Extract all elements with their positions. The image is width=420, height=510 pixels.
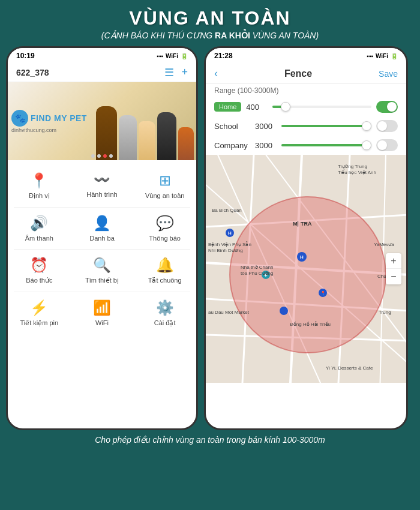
company-slider-track[interactable] xyxy=(281,144,371,146)
home-value: 400 xyxy=(246,103,268,112)
svg-text:Bệnh Viện Phụ Sản: Bệnh Viện Phụ Sản xyxy=(208,241,251,247)
fence-row-home: Home 400 xyxy=(206,97,406,116)
map-svg: H ✚ 📍 H H Trường Trung Tiểu học Việt Anh… xyxy=(206,155,406,383)
banner: 🐾 FIND MY PET dinhvithucung.com xyxy=(8,82,196,160)
route-icon: 〰️ xyxy=(94,172,110,188)
company-slider-fill xyxy=(281,144,371,146)
company-toggle[interactable] xyxy=(376,139,398,151)
menu-item-cai-dat[interactable]: ⚙️ Cài đặt xyxy=(133,292,196,334)
menu-label-danh-ba: Danh ba xyxy=(89,235,115,242)
right-status-bar: 21:28 ▪▪▪ WiFi 🔋 xyxy=(206,48,406,64)
svg-text:📍: 📍 xyxy=(320,290,326,296)
menu-item-am-thanh[interactable]: 🔊 Âm thanh xyxy=(8,208,71,249)
save-button[interactable]: Save xyxy=(379,69,398,79)
right-battery-icon: 🔋 xyxy=(391,53,398,59)
menu-item-thong-bao[interactable]: 💬 Thông báo xyxy=(133,208,196,249)
dot-3-active xyxy=(103,154,107,158)
contacts-icon: 👤 xyxy=(93,215,111,232)
menu-label-thong-bao: Thông báo xyxy=(149,235,181,242)
menu-item-tat-chuong[interactable]: 🔔 Tắt chuông xyxy=(133,250,196,292)
zoom-in-button[interactable]: + xyxy=(386,253,401,269)
menu-item-hanh-trinh[interactable]: 〰️ Hành trình xyxy=(71,165,134,207)
right-wifi-icon: WiFi xyxy=(376,53,388,59)
fence-title: Fence xyxy=(284,68,312,79)
alarm-icon: ⏰ xyxy=(30,257,48,274)
location-icon: 📍 xyxy=(30,172,48,189)
school-toggle[interactable] xyxy=(376,120,398,132)
wifi-menu-icon: 📶 xyxy=(93,299,111,316)
phones-container: 10:19 ▪▪▪ WiFi 🔋 622_378 ☰ + 🐾 FIND MY P… xyxy=(6,46,414,430)
search-device-icon: 🔍 xyxy=(93,257,111,274)
menu-item-dinh-vi[interactable]: 📍 Định vị xyxy=(8,165,71,207)
add-icon[interactable]: + xyxy=(181,66,188,79)
list-icon[interactable]: ☰ xyxy=(164,66,174,79)
school-slider-track[interactable] xyxy=(281,125,371,127)
company-slider-thumb xyxy=(362,140,371,150)
menu-grid: 📍 Định vị 〰️ Hành trình ⊞ Vùng an toàn 🔊… xyxy=(8,160,196,339)
company-toggle-thumb xyxy=(377,140,387,150)
header-subtitle: (CẢNH BÁO KHI THÚ CƯNG RA KHỎI VÙNG AN T… xyxy=(101,31,319,40)
dot-2 xyxy=(97,154,101,158)
banner-app-name: FIND MY PET xyxy=(31,113,87,123)
menu-label-vung-an-toan: Vùng an toàn xyxy=(145,192,184,199)
map-zoom-controls: + − xyxy=(386,253,401,284)
menu-label-cai-dat: Cài đặt xyxy=(154,319,176,327)
menu-item-tim-thiet-bi[interactable]: 🔍 Tìm thiết bị xyxy=(71,250,134,292)
battery-icon: 🔋 xyxy=(181,53,188,59)
subtitle-end: VÙNG AN TOÀN) xyxy=(250,31,319,40)
banner-dots xyxy=(91,154,113,158)
dot-4 xyxy=(109,154,113,158)
home-toggle-thumb xyxy=(387,102,397,112)
dog2-silhouette xyxy=(119,115,137,160)
map-area[interactable]: H ✚ 📍 H H Trường Trung Tiểu học Việt Anh… xyxy=(206,155,406,383)
svg-text:Nhi Bình Dương: Nhi Bình Dương xyxy=(208,248,243,253)
app-header: 622_378 ☰ + xyxy=(8,64,196,82)
paw-icon: 🐾 xyxy=(11,110,28,127)
right-phone: 21:28 ▪▪▪ WiFi 🔋 ‹ Fence Save Range (100… xyxy=(204,46,408,430)
svg-text:MỊ TRÀ: MỊ TRÀ xyxy=(293,221,312,227)
dog1-silhouette xyxy=(96,106,117,160)
home-slider-track[interactable] xyxy=(272,106,371,108)
fence-row-company: Company 3000 xyxy=(206,136,406,155)
right-signal-icon: ▪▪▪ xyxy=(367,53,373,59)
left-status-bar: 10:19 ▪▪▪ WiFi 🔋 xyxy=(8,48,196,64)
menu-item-tiet-kiem-pin[interactable]: ⚡ Tiết kiệm pin xyxy=(8,292,71,334)
menu-item-bao-thuc[interactable]: ⏰ Báo thức xyxy=(8,250,71,292)
menu-item-danh-ba[interactable]: 👤 Danh ba xyxy=(71,208,134,249)
school-value: 3000 xyxy=(255,122,277,131)
svg-text:tòa Phú Cường: tòa Phú Cường xyxy=(241,271,273,276)
sound-icon: 🔊 xyxy=(30,215,48,232)
left-phone: 10:19 ▪▪▪ WiFi 🔋 622_378 ☰ + 🐾 FIND MY P… xyxy=(6,46,198,430)
svg-text:H: H xyxy=(300,254,304,260)
menu-label-wifi: WiFi xyxy=(95,319,109,326)
fence-header: ‹ Fence Save xyxy=(206,64,406,84)
menu-label-bao-thuc: Báo thức xyxy=(26,277,52,284)
dot-1 xyxy=(91,154,95,158)
menu-item-wifi[interactable]: 📶 WiFi xyxy=(71,292,134,334)
back-button[interactable]: ‹ xyxy=(214,67,218,80)
svg-text:Trường Trung: Trường Trung xyxy=(338,164,367,169)
menu-label-tim-thiet-bi: Tìm thiết bị xyxy=(85,277,119,284)
app-header-icons: ☰ + xyxy=(164,66,188,79)
left-status-time: 10:19 xyxy=(16,52,35,60)
home-slider-thumb xyxy=(281,102,290,112)
right-status-time: 21:28 xyxy=(214,52,233,60)
banner-logo: 🐾 FIND MY PET dinhvithucung.com xyxy=(11,110,87,133)
svg-text:H: H xyxy=(228,230,232,236)
banner-website: dinhvithucung.com xyxy=(11,127,56,133)
school-label: School xyxy=(214,122,250,131)
dog4-silhouette xyxy=(157,112,176,160)
notification-icon: 💬 xyxy=(156,215,174,232)
home-badge: Home xyxy=(214,102,241,112)
svg-text:Yi Yi, Desserts & Cafe: Yi Yi, Desserts & Cafe xyxy=(326,365,373,371)
home-toggle[interactable] xyxy=(376,101,398,113)
menu-item-vung-an-toan[interactable]: ⊞ Vùng an toàn xyxy=(133,165,196,207)
svg-text:Nhà thờ Chánh: Nhà thờ Chánh xyxy=(241,265,273,270)
bell-off-icon: 🔔 xyxy=(156,257,174,274)
dog3-silhouette xyxy=(139,121,155,160)
dog5-silhouette xyxy=(178,127,194,160)
school-slider-thumb xyxy=(362,121,371,131)
company-value: 3000 xyxy=(255,141,277,150)
zoom-out-button[interactable]: − xyxy=(386,269,401,284)
banner-logo-top: 🐾 FIND MY PET xyxy=(11,110,87,127)
